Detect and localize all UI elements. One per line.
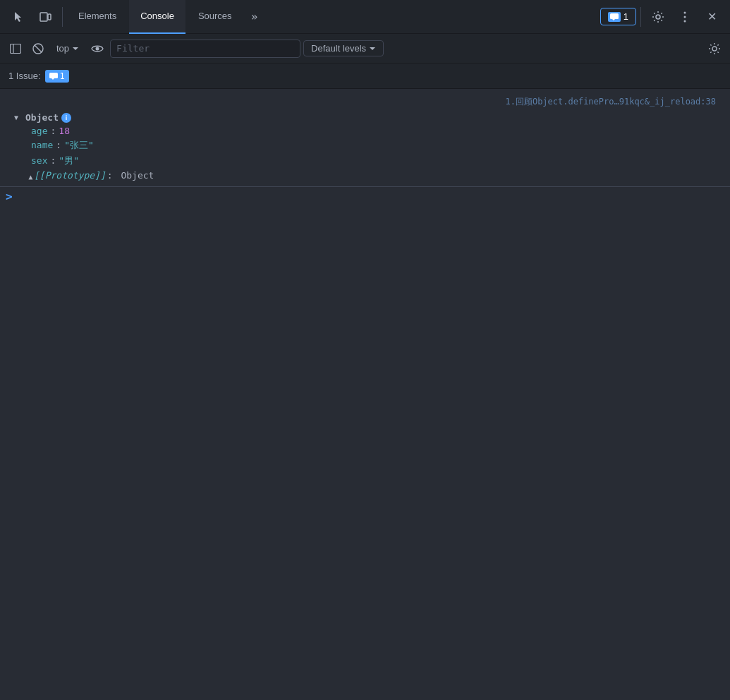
prop-sex: sex : "男" xyxy=(11,153,730,169)
svg-rect-2 xyxy=(610,13,619,19)
console-settings-btn[interactable] xyxy=(705,39,724,59)
expand-triangle: ▼ xyxy=(14,114,23,121)
svg-line-10 xyxy=(35,45,42,52)
more-options-btn[interactable] xyxy=(672,4,698,30)
tab-console-label: Console xyxy=(140,11,174,21)
svg-rect-7 xyxy=(11,44,21,53)
object-tree: ▼ Object i age : 18 name : "张三" sex : "男… xyxy=(0,109,730,183)
console-area: 1.回顾Object.definePro…91kqc&_ij_reload:38… xyxy=(0,89,730,700)
separator-1 xyxy=(62,7,63,27)
device-btn[interactable] xyxy=(32,4,58,30)
repl-input[interactable] xyxy=(18,191,724,203)
issues-prefix: 1 Issue: xyxy=(8,71,41,81)
separator-2 xyxy=(640,7,641,27)
levels-selector[interactable]: Default levels xyxy=(303,40,384,56)
svg-rect-13 xyxy=(49,73,58,78)
badge-count: 1 xyxy=(623,11,628,22)
prop-name: name : "张三" xyxy=(11,138,730,153)
context-label: top xyxy=(56,43,69,54)
tab-console[interactable]: Console xyxy=(129,0,185,34)
cursor-btn[interactable] xyxy=(6,4,31,30)
levels-label: Default levels xyxy=(311,43,366,54)
tab-elements[interactable]: Elements xyxy=(67,0,128,34)
object-label: Object xyxy=(25,112,59,123)
svg-point-3 xyxy=(656,15,660,19)
context-selector[interactable]: top xyxy=(51,41,85,56)
svg-point-6 xyxy=(684,20,686,22)
settings-btn[interactable] xyxy=(645,4,671,30)
svg-point-5 xyxy=(684,16,686,18)
object-header[interactable]: ▼ Object i xyxy=(11,111,730,124)
prototype-triangle: ▶ xyxy=(26,171,34,180)
svg-rect-0 xyxy=(40,13,47,21)
svg-point-11 xyxy=(96,47,99,50)
source-link[interactable]: 1.回顾Object.definePro…91kqc&_ij_reload:38 xyxy=(505,96,716,108)
sidebar-toggle-btn[interactable] xyxy=(6,39,25,59)
close-devtools-btn[interactable]: ✕ xyxy=(699,4,724,30)
issues-badge-count: 1 xyxy=(60,71,65,81)
repl-chevron[interactable]: > xyxy=(6,190,13,203)
source-link-line: 1.回顾Object.definePro…91kqc&_ij_reload:38 xyxy=(0,92,730,109)
issues-badge-btn[interactable]: 1 xyxy=(600,8,636,25)
svg-point-4 xyxy=(684,11,686,13)
second-toolbar: top Default levels xyxy=(0,34,730,64)
filter-input[interactable] xyxy=(110,40,300,58)
info-badge[interactable]: i xyxy=(61,113,71,123)
svg-point-12 xyxy=(712,47,717,51)
eye-btn[interactable] xyxy=(87,39,107,59)
prototype-line[interactable]: ▶ [[Prototype]] : Object xyxy=(11,169,730,182)
prop-age: age : 18 xyxy=(11,124,730,138)
svg-rect-1 xyxy=(48,14,51,20)
tab-elements-label: Elements xyxy=(78,11,116,21)
issues-bar: 1 Issue: 1 xyxy=(0,64,730,89)
tab-sources[interactable]: Sources xyxy=(187,0,243,34)
tab-more-btn[interactable]: » xyxy=(245,4,264,30)
issues-badge[interactable]: 1 xyxy=(45,70,69,83)
top-toolbar: Elements Console Sources » 1 ✕ xyxy=(0,0,730,34)
repl-line: > xyxy=(0,186,730,206)
badge-icon xyxy=(608,12,621,22)
clear-console-btn[interactable] xyxy=(28,39,48,59)
tab-sources-label: Sources xyxy=(198,11,232,21)
